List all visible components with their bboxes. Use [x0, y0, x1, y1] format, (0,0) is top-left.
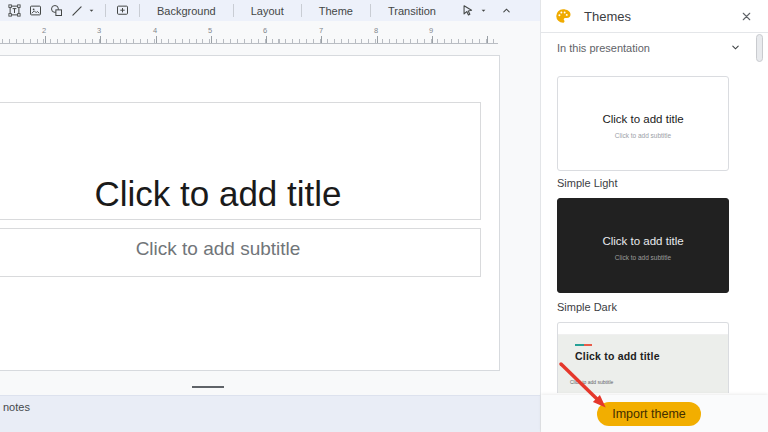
horizontal-ruler: 2 3 4 5 6 7 8 9	[0, 25, 498, 44]
toolbar-left-group: Background Layout Theme Transition	[4, 0, 447, 21]
laser-pointer-icon	[460, 3, 475, 18]
google-slides-app: Background Layout Theme Transition	[0, 0, 768, 432]
insert-image-button[interactable]	[25, 1, 46, 21]
theme-thumb-header-band	[558, 323, 728, 335]
theme-scope-label: In this presentation	[557, 42, 650, 54]
collapse-toolbar-button[interactable]	[497, 1, 516, 21]
subtitle-placeholder[interactable]: Click to add subtitle	[0, 228, 481, 277]
line-icon	[70, 4, 84, 18]
chevron-up-icon	[500, 4, 513, 17]
theme-thumb-title: Click to add title	[575, 350, 660, 362]
comment-add-icon	[115, 3, 130, 18]
insert-comment-button[interactable]	[112, 1, 133, 21]
red-dash	[584, 344, 592, 346]
insert-line-button[interactable]	[67, 1, 99, 21]
speaker-notes-text: notes	[3, 401, 30, 413]
theme-thumb-accent-dash	[575, 344, 592, 346]
themes-panel: Themes In this presentation Click to add…	[540, 0, 768, 432]
themes-panel-footer: Import theme	[541, 395, 768, 432]
toolbar: Background Layout Theme Transition	[0, 0, 540, 21]
toolbar-separator	[233, 4, 234, 17]
text-box-icon	[7, 3, 22, 18]
theme-scope-dropdown[interactable]: In this presentation	[541, 33, 768, 62]
insert-shape-button[interactable]	[46, 1, 67, 21]
insert-text-box-button[interactable]	[4, 1, 25, 21]
palette-icon	[554, 7, 572, 25]
import-theme-button[interactable]: Import theme	[597, 402, 701, 426]
chevron-down-icon	[729, 41, 742, 54]
toolbar-separator	[139, 4, 140, 17]
theme-thumb-subtitle: Click to add subtitle	[558, 254, 728, 261]
toolbar-separator	[301, 4, 302, 17]
theme-card-simple-light[interactable]: Click to add title Click to add subtitle	[557, 76, 729, 171]
theme-card-third[interactable]: Click to add title Click to add subtitle	[557, 322, 729, 393]
speaker-notes-bar[interactable]: notes	[0, 395, 540, 432]
toolbar-separator	[370, 4, 371, 17]
ruler-number: 9	[429, 26, 433, 35]
theme-card-simple-dark[interactable]: Click to add title Click to add subtitle	[557, 198, 729, 293]
themes-panel-header: Themes	[541, 0, 768, 33]
shape-icon	[49, 3, 64, 18]
theme-name-simple-light: Simple Light	[557, 177, 618, 189]
line-dropdown-caret-icon	[87, 6, 96, 15]
ruler-number: 6	[263, 26, 267, 35]
ruler-number: 2	[42, 26, 46, 35]
theme-thumb-title: Click to add title	[558, 235, 728, 247]
ruler-number: 4	[153, 26, 157, 35]
ruler-number: 5	[208, 26, 212, 35]
theme-thumb-title: Click to add title	[558, 113, 728, 125]
title-placeholder[interactable]: Click to add title	[0, 102, 481, 220]
background-button[interactable]: Background	[146, 0, 227, 21]
close-icon	[740, 10, 753, 23]
theme-thumb-subtitle: Click to add subtitle	[570, 379, 613, 385]
image-icon	[28, 3, 43, 18]
transition-button[interactable]: Transition	[377, 0, 447, 21]
panel-scrollbar-thumb[interactable]	[756, 34, 763, 62]
pointer-dropdown-caret-icon	[479, 6, 488, 15]
title-placeholder-text: Click to add title	[94, 173, 341, 215]
pointer-mode-button[interactable]	[457, 1, 491, 21]
speaker-notes-resize-handle[interactable]	[192, 386, 224, 388]
ruler-number: 3	[97, 26, 101, 35]
close-panel-button[interactable]	[738, 8, 755, 25]
ruler-number: 7	[319, 26, 323, 35]
subtitle-placeholder-text: Click to add subtitle	[136, 238, 301, 260]
layout-button[interactable]: Layout	[240, 0, 295, 21]
theme-button[interactable]: Theme	[308, 0, 364, 21]
toolbar-separator	[105, 4, 106, 17]
ruler-number: 8	[374, 26, 378, 35]
theme-thumb-subtitle: Click to add subtitle	[558, 132, 728, 139]
teal-dash	[575, 344, 584, 346]
toolbar-right-group	[457, 0, 516, 21]
themes-panel-title: Themes	[584, 9, 631, 24]
theme-name-simple-dark: Simple Dark	[557, 301, 617, 313]
